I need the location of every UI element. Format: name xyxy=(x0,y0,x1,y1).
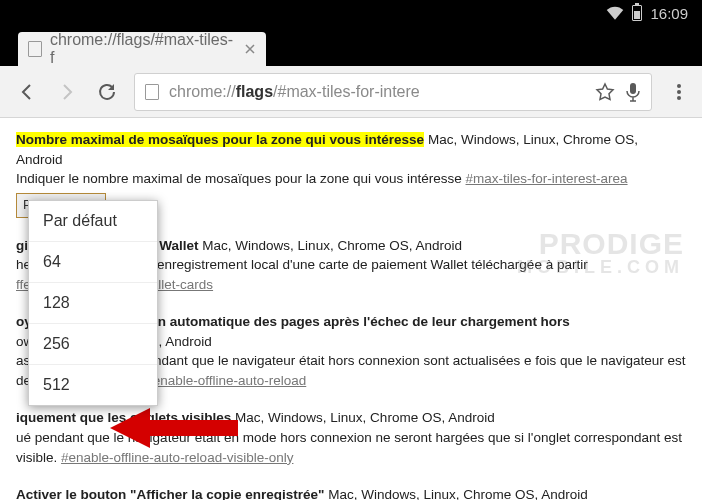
dropdown-option[interactable]: 512 xyxy=(29,365,157,405)
url-text: chrome://flags/#max-tiles-for-intere xyxy=(169,83,420,101)
close-icon[interactable] xyxy=(244,43,256,55)
tab-strip: chrome://flags/#max-tiles-f xyxy=(0,26,702,66)
dropdown-option[interactable]: 256 xyxy=(29,324,157,365)
flag-title: Activer le bouton "Afficher la copie enr… xyxy=(16,487,324,500)
select-dropdown: Par défaut 64 128 256 512 xyxy=(28,200,158,406)
flag-title: Nombre maximal de mosaïques pour la zone… xyxy=(16,132,424,147)
dropdown-option[interactable]: 64 xyxy=(29,242,157,283)
page-icon xyxy=(145,84,159,100)
svg-marker-4 xyxy=(110,408,238,448)
mic-icon[interactable] xyxy=(625,82,641,102)
dropdown-option[interactable]: 128 xyxy=(29,283,157,324)
toolbar: chrome://flags/#max-tiles-for-intere xyxy=(0,66,702,118)
page-icon xyxy=(28,41,42,57)
star-icon[interactable] xyxy=(595,82,615,102)
back-button[interactable] xyxy=(14,79,40,105)
svg-point-3 xyxy=(677,96,681,100)
forward-button xyxy=(54,79,80,105)
status-bar: 16:09 xyxy=(0,0,702,26)
flag-platforms: Mac, Windows, Linux, Chrome OS, Android xyxy=(235,410,495,425)
reload-button[interactable] xyxy=(94,79,120,105)
flag-entry: Activer le bouton "Afficher la copie enr… xyxy=(16,485,686,500)
browser-tab[interactable]: chrome://flags/#max-tiles-f xyxy=(18,32,266,66)
clock: 16:09 xyxy=(650,5,688,22)
flag-link[interactable]: #enable-offline-auto-reload xyxy=(145,373,306,388)
tab-title: chrome://flags/#max-tiles-f xyxy=(50,31,236,67)
flag-platforms: Mac, Windows, Linux, Chrome OS, Android xyxy=(328,487,588,500)
watermark: PRODIGE MOBILE.COM xyxy=(517,230,684,276)
flag-desc: Indiquer le nombre maximal de mosaïques … xyxy=(16,171,462,186)
battery-icon xyxy=(632,5,642,21)
dropdown-option[interactable]: Par défaut xyxy=(29,201,157,242)
wifi-icon xyxy=(606,6,624,20)
svg-point-2 xyxy=(677,90,681,94)
annotation-arrow xyxy=(110,403,240,453)
omnibox[interactable]: chrome://flags/#max-tiles-for-intere xyxy=(134,73,652,111)
flag-link[interactable]: #max-tiles-for-interest-area xyxy=(466,171,628,186)
menu-button[interactable] xyxy=(666,79,692,105)
svg-point-1 xyxy=(677,84,681,88)
flag-platforms: Mac, Windows, Linux, Chrome OS, Android xyxy=(202,238,462,253)
svg-rect-0 xyxy=(630,83,636,94)
